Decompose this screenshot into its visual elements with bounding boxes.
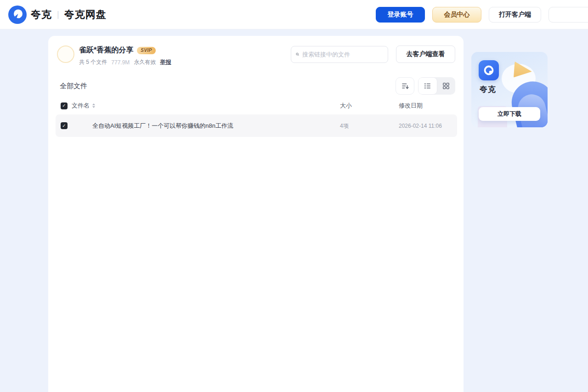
- svip-badge: SVIP: [137, 47, 156, 54]
- share-validity: 永久有效: [134, 58, 156, 66]
- search-input[interactable]: [302, 51, 383, 58]
- row-checkbox[interactable]: ✓: [61, 122, 68, 129]
- product-name: 夸克网盘: [64, 8, 107, 22]
- view-controls: [396, 77, 455, 95]
- grid-view-button[interactable]: [437, 77, 456, 95]
- view-mode-toggle: [418, 77, 455, 95]
- select-all-checkbox[interactable]: ✓: [61, 102, 68, 109]
- file-row[interactable]: ✓ 全自动AI短视频工厂！一个可以帮你赚钱的n8n工作流 4项 2026-02-…: [56, 114, 457, 137]
- list-view-icon: [424, 82, 432, 90]
- download-now-button[interactable]: 立即下载: [479, 107, 540, 121]
- file-date: 2026-02-14 11:06: [399, 123, 442, 129]
- list-view-button[interactable]: [418, 77, 437, 95]
- quark-app-glyph-icon: [483, 64, 495, 76]
- share-meta: 共 5 个文件 777.9M 永久有效 举报: [79, 58, 171, 66]
- brand-logo-group: 夸克 | 夸克网盘: [8, 6, 107, 24]
- share-header: 雀跃*香蕉的分享 SVIP 共 5 个文件 777.9M 永久有效 举报 去客户…: [48, 36, 464, 66]
- column-header-date: 修改日期: [399, 102, 423, 110]
- login-button[interactable]: 登录账号: [376, 7, 425, 23]
- share-file-count: 共 5 个文件: [79, 58, 107, 66]
- sort-carets-icon[interactable]: [92, 103, 95, 108]
- file-table-header: ✓ 文件名 大小 修改日期: [48, 101, 464, 110]
- file-name[interactable]: 全自动AI短视频工厂！一个可以帮你赚钱的n8n工作流: [92, 122, 233, 130]
- column-header-name[interactable]: 文件名: [72, 102, 90, 110]
- open-client-button[interactable]: 打开客户端: [489, 7, 541, 23]
- quark-logo-icon: [8, 6, 27, 24]
- quark-app-icon: [479, 60, 499, 80]
- share-content-card: 雀跃*香蕉的分享 SVIP 共 5 个文件 777.9M 永久有效 举报 去客户…: [48, 36, 464, 392]
- share-info: 雀跃*香蕉的分享 SVIP 共 5 个文件 777.9M 永久有效 举报: [79, 45, 171, 66]
- share-header-actions: 去客户端查看: [291, 45, 455, 63]
- app-download-promo-card: 夸克 立即下载: [471, 52, 548, 127]
- top-navigation-bar: 夸克 | 夸克网盘 登录账号 会员中心 打开客户端: [0, 0, 588, 29]
- grid-view-icon: [442, 82, 450, 90]
- view-in-client-button[interactable]: 去客户端查看: [396, 45, 455, 63]
- brand-divider: |: [57, 10, 59, 19]
- share-total-size: 777.9M: [111, 59, 130, 66]
- file-size: 4项: [340, 122, 349, 130]
- vip-center-button[interactable]: 会员中心: [432, 7, 481, 23]
- share-title: 雀跃*香蕉的分享: [79, 45, 133, 55]
- header-actions: 登录账号 会员中心 打开客户端: [376, 7, 588, 23]
- column-header-size: 大小: [340, 102, 352, 110]
- sort-button[interactable]: [396, 77, 414, 95]
- file-section-row: 全部文件: [48, 66, 464, 95]
- file-icon-placeholder: [75, 119, 92, 133]
- all-files-title: 全部文件: [60, 82, 87, 91]
- empty-header-button[interactable]: [548, 7, 588, 23]
- promo-app-name: 夸克: [480, 84, 496, 95]
- search-icon: [296, 51, 299, 58]
- sort-icon: [401, 82, 409, 90]
- report-link[interactable]: 举报: [160, 58, 171, 66]
- sharer-avatar: [57, 45, 74, 63]
- brand-name: 夸克: [31, 8, 52, 22]
- search-box[interactable]: [291, 46, 388, 63]
